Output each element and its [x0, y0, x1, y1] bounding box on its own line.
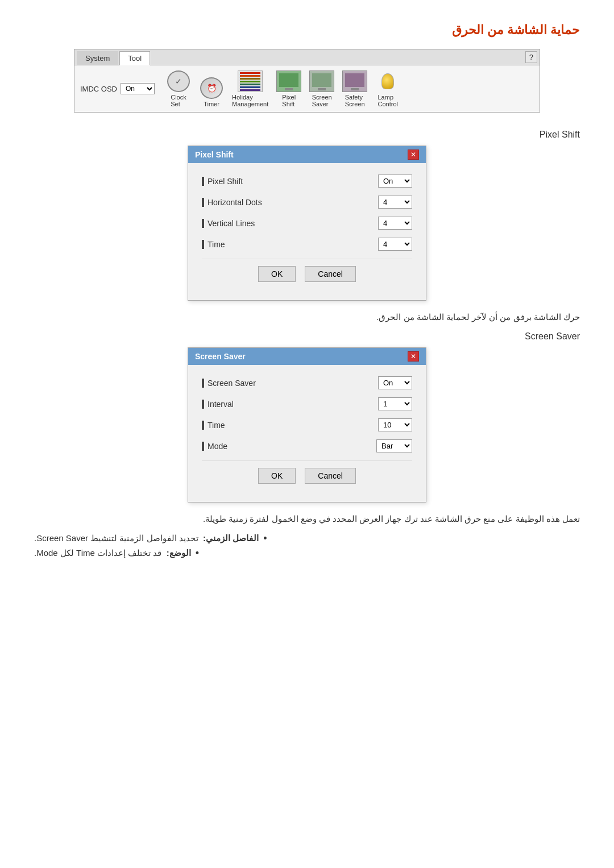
screen-saver-select-3[interactable]: 15101520 — [378, 418, 412, 431]
row-indicator — [202, 400, 204, 409]
pixel-shift-label: PixelShift — [282, 94, 296, 107]
row-indicator — [202, 379, 204, 388]
pixel-shift-row-label-3: Vertical Lines — [208, 219, 255, 228]
bullet-1-text: الفاصل الزمني: تحديد الفواصل الزمنية لتن… — [34, 533, 259, 543]
screen-saver-icon-item[interactable]: ScreenSaver — [309, 70, 334, 107]
screen-saver-dialog-title: Screen Saver — [195, 352, 246, 361]
bullet-1-prefix: الفاصل الزمني: — [203, 533, 259, 543]
row-indicator — [202, 219, 204, 228]
bullet-dot-2: • — [196, 548, 199, 558]
row-indicator — [202, 198, 204, 207]
pixel-shift-row-3: Vertical Lines 12345 — [202, 217, 412, 230]
pixel-shift-row-1: Pixel Shift OnOff — [202, 175, 412, 188]
pixel-shift-select-1[interactable]: OnOff — [378, 175, 412, 188]
pixel-shift-dialog-footer: OK Cancel — [202, 259, 412, 291]
screen-saver-ok-button[interactable]: OK — [258, 468, 296, 484]
pixel-shift-title-bar: Pixel Shift ✕ — [188, 146, 426, 163]
pixel-shift-dialog-wrapper: Pixel Shift ✕ Pixel Shift OnOff — [34, 146, 580, 301]
screen-saver-row-label-3: Time — [208, 421, 225, 430]
safety-screen-icon — [342, 70, 367, 93]
screen-saver-row-label-2: Interval — [208, 400, 234, 409]
screen-saver-dialog-footer: OK Cancel — [202, 460, 412, 493]
screen-saver-row-label-4: Mode — [208, 442, 227, 451]
screen-saver-select-2[interactable]: 12345 — [378, 397, 412, 410]
pixel-shift-cancel-button[interactable]: Cancel — [305, 266, 356, 282]
pixel-shift-dialog: Pixel Shift ✕ Pixel Shift OnOff — [188, 146, 426, 301]
screen-saver-heading: Screen Saver — [34, 331, 580, 342]
pixel-shift-row-label-4: Time — [208, 240, 225, 249]
bullet-item-1: • الفاصل الزمني: تحديد الفواصل الزمنية ل… — [34, 533, 580, 543]
screen-saver-arabic-desc: تعمل هذه الوظيفة على منع حرق الشاشة عند … — [34, 514, 580, 524]
pixel-shift-close-button[interactable]: ✕ — [408, 149, 419, 160]
toolbar-icons: ✓ ClockSet ⏰ Timer — [166, 70, 400, 107]
holiday-label: HolidayManagement — [232, 94, 268, 107]
timer-icon: ⏰ — [199, 77, 224, 99]
row-indicator — [202, 421, 204, 430]
pixel-shift-icon-item[interactable]: PixelShift — [276, 70, 301, 107]
bullet-2-prefix: الوضع: — [167, 548, 191, 558]
toolbar-tabs: System Tool ? — [74, 49, 540, 65]
pixel-shift-select-3[interactable]: 12345 — [378, 217, 412, 230]
pixel-shift-row-label-1: Pixel Shift — [208, 177, 243, 186]
screen-saver-dialog-body: Screen Saver OnOff Interval — [188, 365, 426, 502]
screen-saver-cancel-button[interactable]: Cancel — [305, 468, 356, 484]
lamp-control-label: LampControl — [377, 94, 397, 107]
row-indicator — [202, 240, 204, 249]
holiday-icon-item[interactable]: HolidayManagement — [232, 70, 268, 107]
lamp-control-icon — [375, 70, 400, 93]
bullet-2-content: قد تختلف إعدادات Time لكل Mode. — [34, 548, 161, 558]
pixel-shift-select-4[interactable]: 12345 — [378, 238, 412, 251]
pixel-shift-dialog-title: Pixel Shift — [195, 150, 234, 159]
screen-saver-row-1: Screen Saver OnOff — [202, 376, 412, 389]
page-title: حماية الشاشة من الحرق — [34, 23, 580, 38]
toolbar-body: IMDC OSD On Off ✓ ClockSet ⏰ — [74, 65, 540, 112]
clock-label: ClockSet — [171, 94, 186, 107]
pixel-shift-row-4: Time 12345 — [202, 238, 412, 251]
bullet-item-2: • الوضع: قد تختلف إعدادات Time لكل Mode. — [34, 548, 580, 558]
safety-screen-icon-item[interactable]: SafetyScreen — [342, 70, 367, 107]
bullet-dot-1: • — [263, 533, 267, 543]
pixel-shift-select-2[interactable]: 12345 — [378, 196, 412, 209]
screen-saver-row-2: Interval 12345 — [202, 397, 412, 410]
imdc-select[interactable]: On Off — [121, 83, 155, 94]
toolbar: System Tool ? IMDC OSD On Off ✓ ClockSet — [74, 49, 540, 113]
pixel-shift-icon — [276, 70, 301, 93]
screen-saver-title-bar: Screen Saver ✕ — [188, 348, 426, 365]
imdc-osd-control: IMDC OSD On Off — [80, 83, 155, 94]
pixel-shift-dialog-body: Pixel Shift OnOff Horizontal Dots — [188, 163, 426, 300]
pixel-shift-heading: Pixel Shift — [34, 130, 580, 140]
bullet-1-content: تحديد الفواصل الزمنية لتنشيط Screen Save… — [34, 533, 198, 543]
screen-saver-select-1[interactable]: OnOff — [378, 376, 412, 389]
screen-saver-label: ScreenSaver — [312, 94, 332, 107]
clock-set-icon-item[interactable]: ✓ ClockSet — [166, 70, 191, 107]
lamp-control-icon-item[interactable]: LampControl — [375, 70, 400, 107]
row-indicator — [202, 177, 204, 186]
tab-system[interactable]: System — [77, 51, 118, 65]
screen-saver-icon — [309, 70, 334, 93]
row-indicator — [202, 442, 204, 451]
screen-saver-dialog: Screen Saver ✕ Screen Saver OnOff — [188, 347, 426, 502]
screen-saver-row-3: Time 15101520 — [202, 418, 412, 431]
help-button[interactable]: ? — [525, 51, 537, 63]
tab-tool[interactable]: Tool — [119, 51, 150, 65]
bullet-section: • الفاصل الزمني: تحديد الفواصل الزمنية ل… — [34, 533, 580, 558]
screen-saver-row-label-1: Screen Saver — [208, 379, 256, 388]
pixel-shift-row-label-2: Horizontal Dots — [208, 198, 262, 207]
pixel-shift-row-2: Horizontal Dots 12345 — [202, 196, 412, 209]
pixel-shift-ok-button[interactable]: OK — [258, 266, 296, 282]
clock-icon: ✓ — [166, 70, 191, 93]
screen-saver-select-4[interactable]: BarFadeScroll — [376, 439, 412, 452]
timer-label: Timer — [204, 101, 219, 107]
timer-icon-item[interactable]: ⏰ Timer — [199, 77, 224, 107]
safety-screen-label: SafetyScreen — [345, 94, 365, 107]
holiday-icon — [238, 70, 263, 93]
screen-saver-row-4: Mode BarFadeScroll — [202, 439, 412, 452]
screen-saver-dialog-wrapper: Screen Saver ✕ Screen Saver OnOff — [34, 347, 580, 502]
screen-saver-close-button[interactable]: ✕ — [408, 351, 419, 362]
bullet-2-text: الوضع: قد تختلف إعدادات Time لكل Mode. — [34, 548, 191, 558]
imdc-label: IMDC OSD — [80, 85, 117, 93]
pixel-shift-arabic-desc: حرك الشاشة برفق من أن لآخر لحماية الشاشة… — [34, 312, 580, 322]
